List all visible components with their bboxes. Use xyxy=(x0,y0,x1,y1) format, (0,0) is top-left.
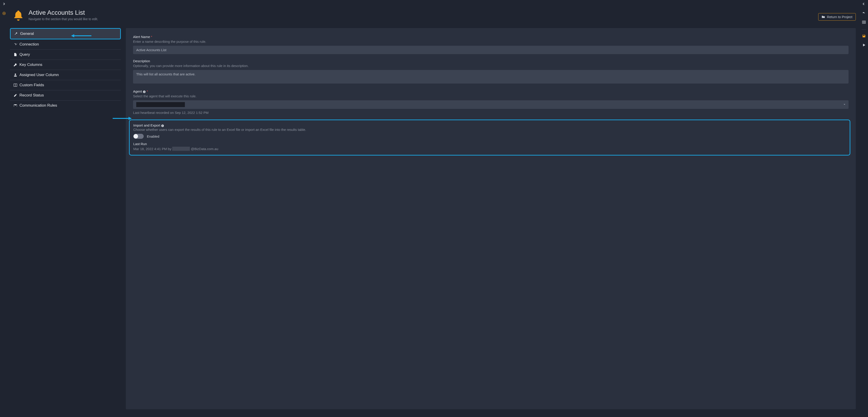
svg-rect-8 xyxy=(144,91,145,91)
nav-label: Connection xyxy=(20,42,39,47)
agent-help: Select the agent that will execute this … xyxy=(133,94,848,98)
nav-assigned-user[interactable]: Assigned User Column xyxy=(10,70,121,80)
nav-label: Record Status xyxy=(20,93,44,97)
collapse-left-icon[interactable] xyxy=(862,2,866,7)
svg-rect-7 xyxy=(144,91,145,92)
field-alert-name: Alert Name * Enter a name describing the… xyxy=(133,35,848,54)
nav-connection[interactable]: Connection xyxy=(10,39,121,50)
last-run-label: Last Run xyxy=(133,142,147,146)
folder-icon xyxy=(822,15,825,19)
svg-rect-1 xyxy=(862,21,866,24)
required-marker: * xyxy=(147,89,148,93)
form-panel: Alert Name * Enter a name describing the… xyxy=(126,28,856,409)
user-icon xyxy=(13,73,17,77)
import-export-help: Choose whether users can export the resu… xyxy=(133,128,846,131)
key-icon xyxy=(13,63,17,66)
expand-right-icon[interactable] xyxy=(2,2,6,7)
edit-icon xyxy=(13,93,17,97)
save-icon[interactable] xyxy=(862,34,866,39)
return-to-project-label: Return to Project xyxy=(827,15,852,19)
description-label: Description xyxy=(133,59,150,63)
alert-name-label: Alert Name xyxy=(133,35,150,39)
import-export-label: Import and Export xyxy=(133,123,160,127)
agent-heartbeat: Last heartbeat recorded on Sep 12, 2022 … xyxy=(133,111,848,115)
last-run-value: Mar 18, 2022 4:41 PM by @BizData.com.au xyxy=(133,147,846,151)
agent-value-redacted xyxy=(136,102,185,107)
info-icon[interactable] xyxy=(143,89,146,93)
nav-communication-rules[interactable]: Communication Rules xyxy=(10,100,121,111)
envelope-icon xyxy=(13,104,17,107)
info-icon[interactable] xyxy=(161,123,164,127)
field-agent: Agent * Select the agent that will execu… xyxy=(133,89,848,115)
alert-name-input[interactable] xyxy=(133,46,848,54)
arrow-annotation-import xyxy=(113,116,132,121)
alert-name-help: Enter a name describing the purpose of t… xyxy=(133,40,848,43)
nav-label: Custom Fields xyxy=(20,83,44,87)
nav-label: Key Columns xyxy=(20,62,42,67)
undo-icon[interactable] xyxy=(862,11,866,16)
columns-icon xyxy=(13,83,17,87)
last-run-user-redacted xyxy=(172,147,190,151)
svg-marker-3 xyxy=(71,34,74,37)
bell-icon xyxy=(12,9,25,22)
add-icon[interactable] xyxy=(2,12,6,16)
return-to-project-button[interactable]: Return to Project xyxy=(818,13,856,21)
svg-rect-10 xyxy=(162,125,163,126)
required-marker: * xyxy=(151,35,152,39)
page-title: Active Accounts List xyxy=(29,9,98,16)
play-icon[interactable] xyxy=(862,43,866,48)
agent-select[interactable] xyxy=(133,100,848,109)
nav-key-columns[interactable]: Key Columns xyxy=(10,60,121,70)
agent-label: Agent xyxy=(133,89,142,93)
nav-query[interactable]: Query xyxy=(10,50,121,60)
wrench-icon xyxy=(14,32,18,35)
nav-label: Communication Rules xyxy=(20,103,57,108)
import-export-highlight: Import and Export Choose whether users c… xyxy=(129,120,850,155)
svg-rect-11 xyxy=(162,125,163,125)
plug-icon xyxy=(13,42,17,46)
arrow-annotation-general xyxy=(71,33,91,38)
nav-label: General xyxy=(20,31,34,36)
field-description: Description Optionally, you can provide … xyxy=(133,59,848,84)
chevron-down-icon xyxy=(843,102,846,107)
nav-label: Query xyxy=(20,52,30,57)
section-nav: General Connection Query Key Columns Ass… xyxy=(10,28,121,409)
description-help: Optionally, you can provide more informa… xyxy=(133,64,848,68)
description-input[interactable] xyxy=(133,70,848,84)
import-export-toggle[interactable] xyxy=(133,134,144,139)
grid-icon[interactable] xyxy=(862,20,866,25)
nav-label: Assigned User Column xyxy=(20,73,59,77)
toggle-enabled-label: Enabled xyxy=(147,135,159,138)
svg-marker-13 xyxy=(128,117,132,120)
nav-custom-fields[interactable]: Custom Fields xyxy=(10,80,121,90)
file-icon xyxy=(13,53,17,56)
page-subtitle: Navigate to the section that you would l… xyxy=(29,17,98,21)
nav-general[interactable]: General xyxy=(10,28,121,39)
nav-record-status[interactable]: Record Status xyxy=(10,90,121,100)
